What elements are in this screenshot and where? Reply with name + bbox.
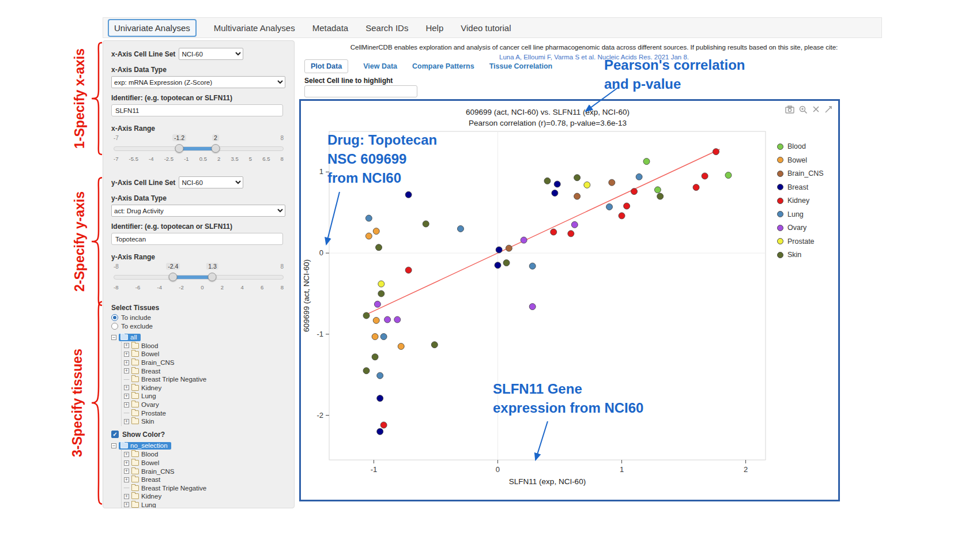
scatter-point-ovary[interactable] (521, 237, 527, 243)
nav-tab-multivariate-analyses[interactable]: Multivariate Analyses (214, 23, 295, 33)
legend-item-lung[interactable]: Lung (777, 210, 824, 218)
nav-tab-univariate-analyses[interactable]: Univariate Analyses (108, 19, 197, 37)
legend-item-kidney[interactable]: Kidney (777, 197, 824, 205)
scatter-point-blood[interactable] (725, 172, 732, 179)
tree-expand-icon[interactable]: + (124, 343, 129, 348)
scatter-point-breast[interactable] (554, 181, 560, 187)
legend-item-brain-cns[interactable]: Brain_CNS (777, 169, 824, 178)
tree-expand-icon[interactable]: + (124, 360, 129, 365)
scatter-point-breast[interactable] (496, 247, 502, 253)
x-data-type-select[interactable]: exp: mRNA Expression (Z-Score) (111, 76, 285, 88)
tree-item-prostate[interactable]: Prostate (124, 409, 286, 417)
cross-icon[interactable] (812, 105, 820, 113)
scatter-point-kidney[interactable] (551, 229, 557, 235)
tab-plot-data[interactable]: Plot Data (304, 59, 348, 73)
tissue-include-radio[interactable]: To include (111, 314, 286, 321)
tree-item-brain-cns[interactable]: +Brain_CNS (124, 358, 286, 367)
tree-expand-icon[interactable]: + (124, 419, 129, 424)
tree-expand-icon[interactable]: + (124, 469, 129, 474)
scatter-point-skin[interactable] (378, 290, 385, 297)
x-cell-line-set-select[interactable]: NCI-60 (179, 48, 243, 60)
tree-item-kidney[interactable]: +Kidney (124, 492, 286, 501)
scatter-point-skin[interactable] (431, 342, 438, 348)
show-color-checkbox[interactable]: ✓ (111, 431, 119, 438)
tree-expand-icon[interactable]: + (124, 385, 129, 390)
tree-expand-icon[interactable]: + (124, 477, 129, 482)
tree-item-bowel[interactable]: +Bowel (124, 459, 286, 467)
scatter-point-skin[interactable] (503, 260, 510, 266)
legend-item-breast[interactable]: Breast (777, 183, 824, 191)
legend-item-prostate[interactable]: Prostate (777, 237, 824, 246)
slider-handle-from[interactable] (175, 144, 184, 153)
scatter-point-skin[interactable] (376, 244, 382, 251)
scatter-point-prostate[interactable] (378, 281, 385, 287)
scatter-point-ovary[interactable] (385, 316, 391, 323)
radio-include-icon[interactable] (111, 314, 118, 321)
tree-item-breast-triple-negative[interactable]: Breast Triple Negative (124, 375, 286, 384)
tab-view-data[interactable]: View Data (363, 62, 397, 70)
scatter-point-prostate[interactable] (584, 182, 590, 188)
scatter-point-skin[interactable] (363, 368, 370, 374)
tree-item-kidney[interactable]: +Kidney (124, 384, 286, 393)
tree-item-bowel[interactable]: +Bowel (124, 350, 286, 358)
tree-expand-icon[interactable]: + (124, 368, 129, 373)
tree-root-all[interactable]: all (119, 334, 141, 341)
scatter-point-ovary[interactable] (374, 301, 380, 307)
y-data-type-select[interactable]: act: Drug Activity (111, 205, 285, 217)
scatter-point-blood[interactable] (643, 158, 650, 165)
nav-tab-video-tutorial[interactable]: Video tutorial (461, 23, 511, 33)
scatter-point-brain-cns[interactable] (609, 179, 615, 186)
scatter-point-breast[interactable] (377, 395, 383, 402)
scatter-point-lung[interactable] (377, 372, 383, 379)
scatter-point-ovary[interactable] (571, 221, 578, 228)
scatter-point-kidney[interactable] (702, 173, 708, 179)
scatter-point-breast[interactable] (377, 428, 383, 435)
scatter-point-kidney[interactable] (568, 231, 574, 237)
scatter-point-skin[interactable] (574, 175, 581, 181)
scatter-point-lung[interactable] (606, 203, 613, 210)
tab-compare-patterns[interactable]: Compare Patterns (412, 62, 474, 70)
scatter-point-kidney[interactable] (380, 422, 387, 428)
tree-expand-icon[interactable]: + (124, 461, 129, 466)
scatter-point-lung[interactable] (457, 225, 463, 232)
radio-exclude-icon[interactable] (111, 323, 118, 330)
zoom-in-icon[interactable] (799, 105, 808, 114)
tree-item-ovary[interactable]: +Ovary (124, 401, 286, 409)
scatter-point-skin[interactable] (423, 221, 429, 227)
nav-tab-search-ids[interactable]: Search IDs (365, 23, 408, 33)
scatter-point-kidney[interactable] (693, 184, 699, 191)
scatter-point-lung[interactable] (380, 334, 387, 340)
scatter-point-skin[interactable] (544, 178, 551, 184)
legend-item-skin[interactable]: Skin (777, 251, 824, 259)
tab-tissue-correlation[interactable]: Tissue Correlation (489, 62, 553, 70)
tree-expand-icon[interactable]: + (124, 402, 129, 407)
scatter-point-brain-cns[interactable] (506, 245, 512, 251)
scatter-point-kidney[interactable] (619, 213, 625, 219)
legend-item-ovary[interactable]: Ovary (777, 224, 824, 232)
scatter-point-kidney[interactable] (624, 203, 630, 209)
scatter-point-blood[interactable] (654, 187, 661, 193)
slider-handle-from[interactable] (169, 273, 178, 281)
tree-item-blood[interactable]: +Blood (124, 450, 286, 459)
scatter-point-kidney[interactable] (631, 188, 638, 195)
scatter-point-skin[interactable] (363, 312, 370, 319)
tree-item-lung[interactable]: +Lung (124, 392, 286, 401)
legend-item-bowel[interactable]: Bowel (777, 156, 824, 164)
highlight-input[interactable] (304, 85, 417, 97)
tree-item-breast[interactable]: +Breast (124, 475, 286, 484)
tree-collapse-icon[interactable]: − (111, 335, 116, 340)
show-color-row[interactable]: ✓ Show Color? (111, 431, 286, 439)
x-range-slider[interactable]: -78-1.22-7-5.5-4-2.5-10.523.556.58 (114, 135, 284, 167)
scatter-point-bowel[interactable] (373, 228, 379, 235)
scatter-point-ovary[interactable] (529, 304, 536, 310)
scatter-point-kidney[interactable] (405, 267, 412, 273)
x-identifier-input[interactable] (111, 104, 283, 116)
scatter-point-breast[interactable] (552, 190, 558, 196)
tree-item-brain-cns[interactable]: +Brain_CNS (124, 467, 286, 475)
tree-item-breast-triple-negative[interactable]: Breast Triple Negative (124, 484, 286, 493)
nav-tab-help[interactable]: Help (425, 23, 443, 33)
scatter-point-skin[interactable] (372, 354, 378, 360)
scatter-point-bowel[interactable] (373, 317, 379, 323)
tree-expand-icon[interactable]: + (124, 494, 129, 499)
y-cell-line-set-select[interactable]: NCI-60 (179, 176, 243, 188)
